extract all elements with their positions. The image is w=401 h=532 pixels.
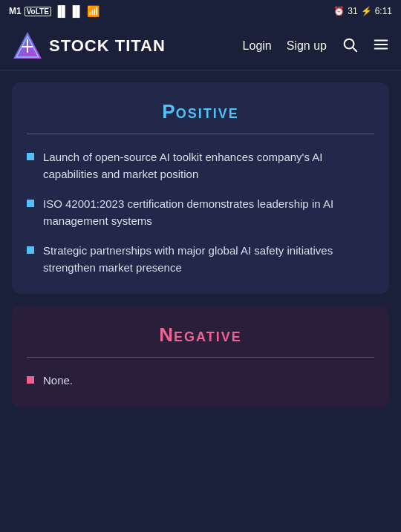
bullet-square-icon bbox=[27, 200, 34, 207]
list-item: Launch of open-source AI toolkit enhance… bbox=[27, 149, 374, 183]
status-bar: M1 VoLTE ▐▌▐▌ 📶 ⏰ 31 ⚡ 6:11 bbox=[0, 0, 401, 22]
login-link[interactable]: Login bbox=[243, 39, 272, 53]
positive-item-3: Strategic partnerships with major global… bbox=[43, 243, 374, 276]
battery-level: 31 bbox=[348, 6, 357, 16]
positive-item-1: Launch of open-source AI toolkit enhance… bbox=[43, 149, 374, 183]
positive-card-divider bbox=[27, 134, 374, 134]
logo-container: STOCK TITAN bbox=[12, 30, 243, 62]
alarm-icon: ⏰ bbox=[333, 6, 345, 16]
positive-bullet-list: Launch of open-source AI toolkit enhance… bbox=[27, 149, 374, 276]
negative-bullet-list: None. bbox=[27, 372, 374, 390]
signal-icon: ▐▌▐▌ bbox=[54, 5, 84, 17]
carrier-text: M1 bbox=[9, 6, 22, 16]
positive-item-2: ISO 42001:2023 certification demonstrate… bbox=[43, 196, 374, 229]
bullet-square-icon bbox=[27, 153, 34, 160]
status-left: M1 VoLTE ▐▌▐▌ 📶 bbox=[9, 5, 100, 17]
wifi-icon: 📶 bbox=[87, 5, 100, 17]
negative-card: Negative None. bbox=[12, 306, 389, 407]
negative-item-1: None. bbox=[43, 372, 73, 390]
menu-icon[interactable] bbox=[373, 36, 389, 56]
content-area: Positive Launch of open-source AI toolki… bbox=[0, 70, 401, 419]
signup-link[interactable]: Sign up bbox=[287, 39, 327, 53]
bullet-square-icon bbox=[27, 376, 34, 384]
negative-card-divider bbox=[27, 357, 374, 358]
negative-card-title: Negative bbox=[27, 324, 374, 347]
svg-line-5 bbox=[353, 47, 356, 51]
logo-text: STOCK TITAN bbox=[49, 36, 166, 56]
positive-card-title: Positive bbox=[27, 100, 374, 123]
search-icon[interactable] bbox=[342, 36, 358, 56]
list-item: None. bbox=[27, 372, 374, 390]
battery-icon: ⚡ bbox=[361, 6, 372, 16]
list-item: ISO 42001:2023 certification demonstrate… bbox=[27, 196, 374, 229]
clock-time: 6:11 bbox=[375, 6, 392, 16]
bullet-square-icon bbox=[27, 246, 34, 254]
nav-links: Login Sign up bbox=[243, 36, 389, 56]
list-item: Strategic partnerships with major global… bbox=[27, 243, 374, 276]
navbar: STOCK TITAN Login Sign up bbox=[0, 22, 401, 70]
status-right: ⏰ 31 ⚡ 6:11 bbox=[333, 6, 392, 16]
logo-icon bbox=[12, 30, 43, 62]
positive-card: Positive Launch of open-source AI toolki… bbox=[12, 82, 389, 294]
volte-badge: VoLTE bbox=[25, 7, 51, 16]
